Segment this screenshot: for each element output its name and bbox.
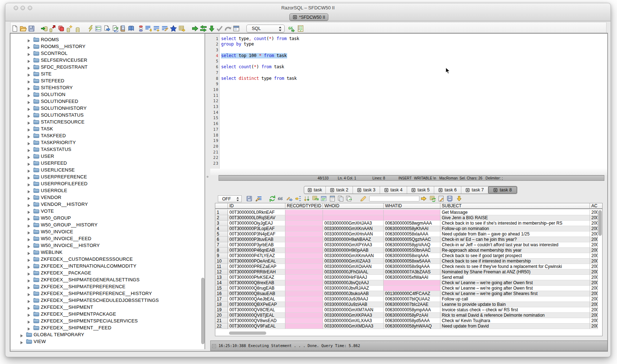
row-number-cell[interactable]: 18 <box>215 302 228 307</box>
result-tab[interactable]: task <box>304 186 325 194</box>
table-cell[interactable]: 2009 <box>590 324 598 329</box>
disclosure-triangle-icon[interactable] <box>27 278 31 282</box>
row-number-cell[interactable]: 16 <box>215 291 228 296</box>
row-number-cell[interactable]: 1 <box>215 210 228 215</box>
commit-check-icon[interactable] <box>216 25 223 32</box>
tree-item[interactable]: VIEW <box>20 338 46 345</box>
row-limit-select[interactable]: OFF <box>218 195 242 202</box>
table-cell[interactable]: Check w/ Kevin Tsujihara <box>440 318 590 324</box>
tree-item[interactable]: SCONTROL <box>27 50 68 57</box>
disclosure-triangle-icon[interactable] <box>27 271 31 275</box>
copy-rows-icon[interactable] <box>337 195 344 202</box>
table-cell[interactable]: Check nexis to see if they've found a re… <box>440 264 590 269</box>
add-statement-icon[interactable] <box>153 25 160 32</box>
disclosure-triangle-icon[interactable] <box>27 237 31 240</box>
form-view-icon[interactable] <box>320 195 327 202</box>
tree-item[interactable]: USERPROFILEFEED <box>27 180 87 187</box>
disclosure-triangle-icon[interactable] <box>27 161 31 165</box>
table-row[interactable]: 1100T3000000PREZaEAP0033000000GmXOiAAN00… <box>215 264 602 269</box>
table-cell[interactable]: Send email <box>440 275 590 280</box>
row-number-cell[interactable]: 12 <box>215 269 228 275</box>
table-row[interactable]: 1800T3000000QBXPeEAP0033000000Ju9zlAAB00… <box>215 302 602 307</box>
table-cell[interactable]: 0033000000GmXOiAAN <box>323 264 384 269</box>
favorites-star-icon[interactable] <box>170 25 177 32</box>
disclosure-triangle-icon[interactable] <box>27 120 31 124</box>
code-line[interactable]: select count(*) from task <box>221 64 284 70</box>
result-tab[interactable]: task 3 <box>353 186 380 194</box>
save-all-results-icon[interactable] <box>446 195 453 202</box>
split-divider[interactable] <box>205 34 210 349</box>
tree-item[interactable]: SOLUTIONHISTORY <box>27 105 87 112</box>
result-tab[interactable]: task 2 <box>325 186 353 194</box>
results-vertical-scrollbar[interactable] <box>598 210 602 236</box>
table-cell[interactable]: Check w/ Leanne – we're going after Owen… <box>440 280 590 286</box>
disclosure-triangle-icon[interactable] <box>20 333 23 337</box>
tree-item[interactable]: SFDC_REGISTRANT <box>27 64 87 70</box>
table-cell[interactable]: 0033000000GmXIZAA3 <box>323 259 384 264</box>
table-cell[interactable]: Get Massage <box>440 210 590 215</box>
table-cell[interactable] <box>285 237 323 242</box>
table-cell[interactable] <box>285 324 323 329</box>
table-cell[interactable] <box>285 286 323 291</box>
tree-item[interactable]: ZKFEDEX__SHIPMENTSPECIALSERVICES <box>27 317 138 324</box>
table-row[interactable]: 300T3000000OiyJgEAJ0033000000GmXHJAA3006… <box>215 221 602 226</box>
table-cell[interactable]: 00630000007bIQUAA2 <box>384 296 440 302</box>
table-cell[interactable]: 2009 <box>590 248 598 253</box>
tree-scrollbar[interactable] <box>201 278 204 344</box>
table-cell[interactable]: 006300000058yd5AAA <box>384 318 440 324</box>
disclosure-triangle-icon[interactable] <box>27 202 31 206</box>
tree-item[interactable]: USERPREFERENCE <box>27 173 87 180</box>
table-row[interactable]: 700T3000000P3yrbEAB0033000000GmXPYAA3006… <box>215 242 602 248</box>
import-data-icon[interactable] <box>119 25 126 32</box>
disclosure-triangle-icon[interactable] <box>27 298 31 302</box>
table-cell[interactable]: 00T3000000QV8TjEAL <box>228 313 285 318</box>
table-row[interactable]: 1600T3000000Q8sauEAB0033000000JbukoAAB00… <box>215 291 602 296</box>
disclosure-triangle-icon[interactable] <box>27 154 31 158</box>
tree-item[interactable]: ZKFEDEX__SHIPMENT <box>27 304 93 311</box>
tree-item[interactable]: GLOBAL TEMPORARY <box>20 331 84 338</box>
table-row[interactable]: 1300T3000000PfvKSEAZ0033000000HirF8AAJ00… <box>215 275 602 280</box>
close-tab-icon[interactable] <box>466 188 470 192</box>
table-cell[interactable]: Re-approach about membership this year <box>440 248 590 253</box>
table-cell[interactable]: 00T3000000PfvKSEAZ <box>228 275 285 280</box>
tree-item[interactable]: TASK <box>27 125 53 132</box>
table-cell[interactable] <box>323 215 384 221</box>
code-line[interactable]: group by type <box>221 42 254 47</box>
tree-item[interactable]: SELFSERVICEUSER <box>27 57 87 64</box>
database-icon[interactable] <box>74 25 81 32</box>
table-cell[interactable]: 0033000000GmXKnAAN <box>323 226 384 231</box>
table-cell[interactable]: 0013000000C4fFCAAZ <box>384 291 440 296</box>
table-cell[interactable] <box>384 286 440 291</box>
edit-results-form-icon[interactable] <box>95 25 102 32</box>
insert-row-icon[interactable] <box>295 195 302 202</box>
table-cell[interactable] <box>384 215 440 221</box>
row-number-cell[interactable]: 10 <box>215 259 228 264</box>
table-row[interactable]: 900T3000000P47LYEAZ0033000000GmXKmAAN006… <box>215 253 602 259</box>
close-tab-icon[interactable] <box>384 188 388 192</box>
go-to-row-icon[interactable] <box>420 195 427 202</box>
update-table-icon[interactable] <box>312 195 319 202</box>
table-row[interactable]: 2100T3000000QV8wsEAD0033000000GmXLXAA300… <box>215 318 602 324</box>
column-header[interactable]: RECORDTYPEID <box>285 203 323 208</box>
table-cell[interactable]: 0033000000GmXKmAAN <box>323 253 384 259</box>
tree-item[interactable]: SITE <box>27 70 52 77</box>
disclosure-triangle-icon[interactable] <box>27 44 31 48</box>
tree-item[interactable]: SITEHISTORY <box>27 84 73 91</box>
result-tab[interactable]: task 8 <box>488 186 517 194</box>
table-cell[interactable] <box>285 269 323 275</box>
execute-sql-icon[interactable] <box>87 25 94 32</box>
row-number-cell[interactable]: 9 <box>215 253 228 259</box>
disclosure-triangle-icon[interactable] <box>27 257 31 261</box>
disclosure-triangle-icon[interactable] <box>27 140 31 144</box>
table-cell[interactable] <box>285 291 323 296</box>
table-row[interactable]: 600T3000000P3tuvEAB0033000000H9aNBAAZ006… <box>215 237 602 242</box>
edit-sql-icon[interactable] <box>255 195 262 202</box>
disclosure-triangle-icon[interactable] <box>27 188 31 192</box>
table-cell[interactable]: Follow-up on nomination <box>440 226 590 231</box>
table-cell[interactable]: 2009 <box>590 318 598 324</box>
tree-item[interactable]: W50_INVOICE__FEED <box>27 235 91 242</box>
copy-with-refresh-icon[interactable] <box>346 195 352 202</box>
sort-rows-icon[interactable] <box>303 195 310 202</box>
tree-item[interactable]: SOLUTIONFEED <box>27 98 78 105</box>
table-row[interactable]: 1500T3000000Q8rugEAB0033000000JbvRJAAZCh… <box>215 286 602 291</box>
